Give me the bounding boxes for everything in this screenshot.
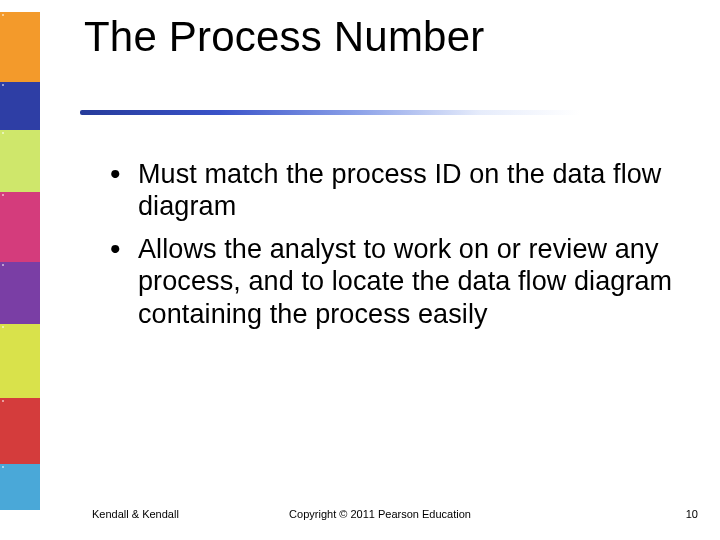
title-underline: [80, 110, 580, 115]
slide-title: The Process Number: [84, 14, 484, 60]
footer-copyright: Copyright © 2011 Pearson Education: [40, 508, 720, 520]
deco-segment: [0, 398, 40, 464]
deco-segment: [0, 82, 40, 130]
deco-segment: [0, 324, 40, 398]
deco-segment: [0, 12, 40, 82]
deco-segment: [0, 130, 40, 192]
footer-page-number: 10: [686, 508, 698, 520]
decorative-strip: [0, 0, 40, 540]
slide: The Process Number Must match the proces…: [0, 0, 720, 540]
bullet-list: Must match the process ID on the data fl…: [108, 158, 678, 340]
bullet-item: Must match the process ID on the data fl…: [108, 158, 678, 223]
deco-segment: [0, 464, 40, 510]
deco-segment: [0, 262, 40, 324]
content-area: The Process Number Must match the proces…: [40, 0, 720, 540]
deco-segment: [0, 192, 40, 262]
bullet-item: Allows the analyst to work on or review …: [108, 233, 678, 330]
